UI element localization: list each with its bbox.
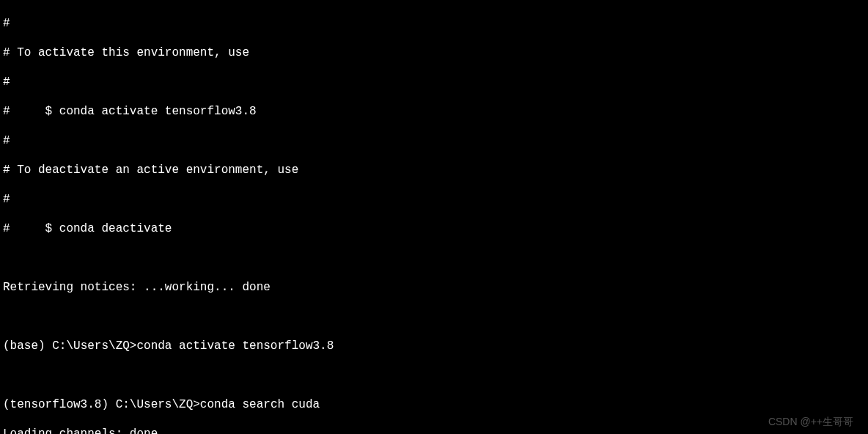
comment-line: # bbox=[3, 133, 865, 148]
blank-line bbox=[3, 309, 865, 324]
comment-line: # To deactivate an active environment, u… bbox=[3, 163, 865, 177]
env-label: (base) bbox=[3, 339, 45, 353]
command-text: conda search cuda bbox=[200, 398, 320, 411]
comment-line: # bbox=[3, 75, 865, 89]
comment-line: # $ conda deactivate bbox=[3, 221, 865, 236]
path-label: C:\Users\ZQ> bbox=[52, 339, 136, 353]
env-label: (tensorflow3.8) bbox=[3, 398, 108, 411]
comment-line: # bbox=[3, 192, 865, 207]
blank-line bbox=[3, 368, 865, 383]
prompt-line: (base) C:\Users\ZQ>conda activate tensor… bbox=[3, 339, 865, 353]
comment-line: # To activate this environment, use bbox=[3, 45, 865, 60]
command-text: conda activate tensorflow3.8 bbox=[136, 339, 334, 353]
path-label: C:\Users\ZQ> bbox=[116, 398, 200, 411]
watermark-text: CSDN @++生哥哥 bbox=[768, 416, 853, 429]
terminal-output[interactable]: # # To activate this environment, use # … bbox=[3, 1, 865, 434]
comment-line: # bbox=[3, 16, 865, 31]
prompt-line: (tensorflow3.8) C:\Users\ZQ>conda search… bbox=[3, 397, 865, 412]
comment-line: # $ conda activate tensorflow3.8 bbox=[3, 104, 865, 119]
status-line: Loading channels: done bbox=[3, 427, 865, 434]
status-line: Retrieving notices: ...working... done bbox=[3, 280, 865, 295]
blank-line bbox=[3, 251, 865, 265]
